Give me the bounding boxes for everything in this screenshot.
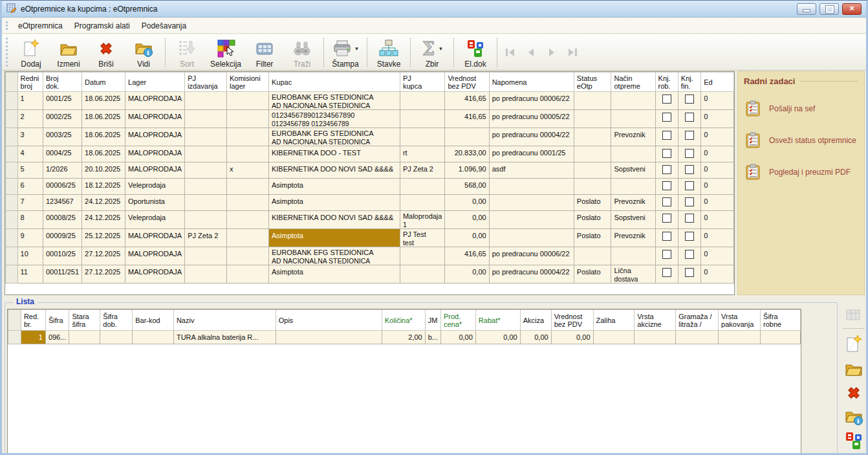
knjfin-checkbox[interactable] — [685, 131, 694, 140]
documents-cell-status[interactable]: Poslato — [574, 211, 611, 229]
documents-cell-ind[interactable] — [6, 128, 18, 146]
knjrob-checkbox[interactable] — [662, 94, 671, 104]
documents-cell-lager[interactable]: Veleprodaja — [125, 211, 185, 229]
lista-header-vrstaakc[interactable]: Vrsta akcizne — [635, 310, 676, 331]
documents-cell-pj[interactable] — [185, 146, 227, 162]
documents-cell-datum[interactable]: 18.06.2025 — [82, 92, 125, 110]
documents-cell-rb[interactable]: 9 — [17, 229, 43, 247]
knjfin-checkbox[interactable] — [685, 268, 694, 277]
lista-cell-barkod[interactable] — [133, 331, 174, 344]
documents-cell-knjrob[interactable] — [655, 265, 678, 283]
documents-cell-kupac[interactable]: KIBERNETIKA DOO NOVI SAD &&&& — [268, 211, 400, 229]
lista-header-sifra[interactable]: Šifra — [45, 310, 69, 331]
documents-cell-lager[interactable]: MALOPRODAJA — [125, 146, 185, 162]
knjfin-checkbox[interactable] — [685, 94, 694, 104]
documents-cell-rb[interactable]: 10 — [17, 247, 43, 265]
documents-cell-vrednost[interactable]: 0,00 — [445, 229, 489, 247]
documents-cell-knjfin[interactable] — [678, 146, 700, 162]
documents-header-pj[interactable]: PJ izdavanja — [185, 72, 227, 92]
documents-header-status[interactable]: Status eOtp — [574, 72, 611, 92]
lista-cell-kolicina[interactable]: 2,00 — [382, 331, 425, 344]
knjrob-checkbox[interactable] — [662, 214, 671, 223]
documents-cell-napomena[interactable]: po predracunu 00004/22 — [489, 128, 574, 146]
documents-cell-knjfin[interactable] — [678, 92, 700, 110]
lista-header-vrednost[interactable]: Vrednost bez PDV — [551, 310, 593, 331]
documents-cell-ind[interactable] — [6, 265, 18, 283]
lista-cell-sifrarobne[interactable] — [761, 331, 801, 344]
documents-cell-rb[interactable]: 8 — [17, 211, 43, 229]
documents-header-nacin[interactable]: Način otpreme — [611, 72, 655, 92]
documents-cell-pjk[interactable]: rt — [400, 146, 445, 162]
documents-cell-kom[interactable] — [226, 265, 268, 283]
documents-cell-lager[interactable]: MALOPRODAJA — [125, 92, 185, 110]
documents-cell-status[interactable]: Poslato — [574, 195, 611, 211]
documents-cell-napomena[interactable] — [489, 211, 574, 229]
documents-header-vrednost[interactable]: Vrednost bez PDV — [445, 72, 489, 92]
toolbar-button--tampa[interactable]: ▼Štampa — [327, 34, 364, 71]
lista-header-gramaza[interactable]: Gramaža / litraža / — [676, 310, 719, 331]
documents-cell-knjfin[interactable] — [678, 179, 700, 195]
lista-header-kolicina[interactable]: Količina* — [382, 310, 425, 331]
knjrob-checkbox[interactable] — [662, 197, 671, 206]
documents-cell-lager[interactable]: MALOPRODAJA — [125, 265, 185, 283]
documents-cell-kom[interactable] — [226, 195, 268, 211]
lista-cell-naziv[interactable]: TURA alkalna baterija R... — [173, 331, 276, 344]
documents-cell-ed[interactable]: 0 — [701, 162, 734, 179]
documents-cell-datum[interactable]: 27.12.2025 — [82, 265, 125, 283]
documents-cell-ind[interactable] — [6, 229, 18, 247]
documents-cell-datum[interactable]: 18.06.2025 — [82, 128, 125, 146]
documents-cell-nacin[interactable] — [611, 110, 655, 128]
documents-cell-datum[interactable]: 18.06.2025 — [82, 146, 125, 162]
documents-cell-napomena[interactable]: po predracunu 0001/25 — [489, 146, 574, 162]
documents-cell-nacin[interactable]: Prevoznik — [611, 195, 655, 211]
documents-header-datum[interactable]: Datum — [82, 72, 125, 92]
documents-cell-lager[interactable]: MALOPRODAJA — [125, 229, 185, 247]
lista-header-naziv[interactable]: Naziv — [173, 310, 276, 331]
documents-cell-ed[interactable]: 0 — [701, 195, 734, 211]
documents-cell-vrednost[interactable]: 0,00 — [445, 265, 489, 283]
documents-cell-lager[interactable]: MALOPRODAJA — [125, 110, 185, 128]
toolbar-button-stavke[interactable]: Stavke — [370, 34, 407, 71]
documents-cell-nacin[interactable]: Ličnadostava — [611, 265, 655, 283]
task-item-pogledaj-i-preuzmi-pdf[interactable]: Pogledaj i preuzmi PDF — [744, 163, 858, 181]
documents-cell-kom[interactable] — [226, 211, 268, 229]
documents-cell-pjk[interactable] — [400, 247, 445, 265]
toolbar-button-selekcija[interactable]: Selekcija — [206, 34, 246, 71]
documents-cell-kupac[interactable]: EUROBANK EFG STEDIONICAAD NACIONALNA STE… — [268, 247, 400, 265]
documents-cell-ind[interactable] — [6, 110, 18, 128]
documents-header-knjfin[interactable]: Knj. fin. — [678, 72, 700, 92]
lista-header-zaliha[interactable]: Zaliha — [593, 310, 635, 331]
documents-cell-napomena[interactable] — [489, 195, 574, 211]
documents-cell-broj[interactable]: 1234567 — [43, 195, 81, 211]
documents-cell-nacin[interactable]: Prevoznik — [611, 128, 655, 146]
documents-cell-pjk[interactable] — [400, 179, 445, 195]
documents-cell-datum[interactable]: 25.12.2025 — [82, 229, 125, 247]
documents-cell-broj[interactable]: 0001/25 — [43, 92, 81, 110]
documents-cell-knjrob[interactable] — [655, 128, 678, 146]
documents-cell-kom[interactable] — [226, 146, 268, 162]
documents-cell-napomena[interactable]: po predracunu 00004/22 — [489, 265, 574, 283]
dropdown-caret-icon[interactable]: ▼ — [439, 46, 444, 52]
documents-cell-knjrob[interactable] — [655, 110, 678, 128]
lista-header-barkod[interactable]: Bar-kod — [133, 310, 174, 331]
documents-header-ed[interactable]: Ed — [701, 72, 734, 92]
documents-cell-knjrob[interactable] — [655, 92, 678, 110]
knjfin-checkbox[interactable] — [685, 214, 694, 223]
documents-cell-status[interactable] — [574, 110, 611, 128]
documents-cell-kupac[interactable]: Asimptota — [268, 179, 400, 195]
documents-cell-datum[interactable]: 24.12.2025 — [82, 195, 125, 211]
restore-button[interactable] — [819, 3, 839, 15]
documents-cell-datum[interactable]: 27.12.2025 — [82, 247, 125, 265]
toolbar-button-izmeni[interactable]: Izmeni — [50, 34, 87, 71]
documents-cell-nacin[interactable]: Sopstveni — [611, 162, 655, 179]
documents-cell-knjfin[interactable] — [678, 229, 700, 247]
task-item-osve-i-status-otpremnice[interactable]: Osveži status otpremnice — [744, 131, 858, 150]
lista-cell-stara[interactable] — [69, 331, 100, 344]
documents-cell-rb[interactable]: 3 — [17, 128, 43, 146]
knjrob-checkbox[interactable] — [662, 250, 671, 259]
documents-cell-rb[interactable]: 2 — [17, 110, 43, 128]
documents-cell-lager[interactable]: MALOPRODAJA — [125, 162, 185, 179]
documents-cell-nacin[interactable] — [611, 92, 655, 110]
lista-cell-sifradob[interactable] — [100, 331, 133, 344]
lista-cell-zaliha[interactable] — [593, 331, 635, 344]
